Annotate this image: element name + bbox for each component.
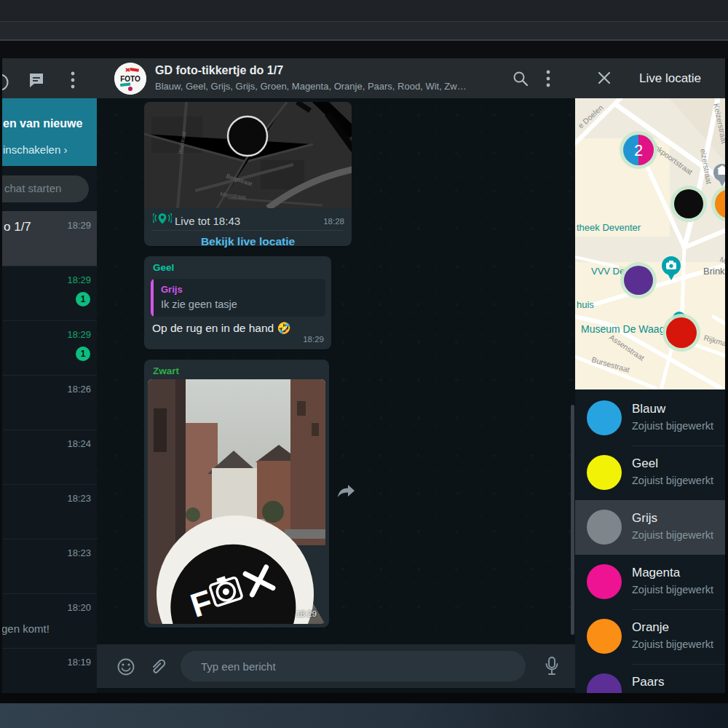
- view-live-location-link[interactable]: Bekijk live locatie: [144, 235, 352, 248]
- chat-list-item[interactable]: 18:29 1: [0, 320, 97, 376]
- chat-list-item-selected[interactable]: o 1/7 18:29: [0, 211, 97, 266]
- participant-avatar: [587, 455, 622, 490]
- chat-list-sidebar: en van nieuwe inschakelen › chat starten…: [0, 58, 97, 693]
- chat-list-item[interactable]: 18:23: [0, 539, 97, 594]
- window-chrome-top: [0, 0, 728, 22]
- search-chat-input[interactable]: chat starten: [0, 175, 89, 202]
- participant-avatar: [587, 619, 622, 654]
- banner-text: en van nieuwe: [3, 117, 82, 130]
- forward-icon[interactable]: [337, 483, 356, 499]
- live-until-text: Live tot 18:43: [175, 215, 240, 227]
- photo-attachment[interactable]: F TIK 18:29: [148, 379, 325, 624]
- chat-time: 18:23: [67, 547, 91, 558]
- participant-row-blauw[interactable]: Blauw Zojuist bijgewerkt: [575, 391, 728, 446]
- chat-list-item[interactable]: 18:24: [0, 430, 97, 485]
- participant-name: Blauw: [632, 402, 665, 416]
- participant-row-geel[interactable]: Geel Zojuist bijgewerkt: [575, 446, 728, 500]
- participant-avatar: [587, 510, 622, 545]
- panel-title: Live locatie: [639, 71, 701, 86]
- map-marker-paars[interactable]: [620, 262, 657, 298]
- message-text: Op de rug en in de hand 🤣: [152, 322, 291, 335]
- chat-time: 18:23: [67, 493, 91, 504]
- unread-badge: 1: [76, 292, 90, 306]
- participant-name: Grijs: [632, 511, 657, 526]
- divider: [151, 230, 344, 231]
- live-location-icon: [153, 210, 172, 226]
- unread-badge: 1: [76, 347, 90, 361]
- window-edge-right: [725, 58, 728, 693]
- chat-time: 18:29: [67, 220, 91, 231]
- group-title: GD foto-tikkertje do 1/7: [155, 64, 283, 77]
- message-input[interactable]: [181, 651, 526, 681]
- live-location-panel: Live locatie: [575, 58, 728, 693]
- participant-row-oranje[interactable]: Oranje Zojuist bijgewerkt: [575, 609, 728, 664]
- participant-avatar: [587, 564, 622, 599]
- chat-preview: gen komt!: [1, 622, 50, 635]
- map-poi-label: huis: [577, 299, 594, 310]
- participant-name: Magenta: [632, 566, 680, 580]
- participant-row-magenta[interactable]: Magenta Zojuist bijgewerkt: [575, 555, 728, 609]
- participant-status: Zojuist bijgewerkt: [632, 584, 713, 596]
- live-location-message: Walstraat Bergstraat Menstraat Live tot …: [144, 102, 352, 246]
- live-location-marker: [228, 116, 267, 156]
- participant-row-paars[interactable]: Paars Zojuist bijgewerkt: [575, 664, 728, 693]
- desktop-background: [0, 703, 728, 728]
- banner-action[interactable]: inschakelen ›: [3, 143, 67, 156]
- photo-message: Zwart: [144, 360, 329, 628]
- live-location-thumbnail[interactable]: Walstraat Bergstraat Menstraat: [144, 102, 352, 208]
- map-marker-cluster[interactable]: 2: [620, 131, 657, 169]
- chat-time: 18:19: [67, 657, 91, 668]
- chat-scrollbar[interactable]: [571, 405, 574, 635]
- chat-time: 18:20: [67, 602, 91, 613]
- window-chrome-gap: [0, 41, 728, 58]
- chat-list-item[interactable]: 18:29 1: [0, 266, 97, 321]
- composer-bar: [97, 644, 575, 688]
- chat-title: o 1/7: [4, 220, 31, 234]
- group-participants: Blauw, Geel, Grijs, Grijs, Groen, Magent…: [155, 81, 468, 92]
- group-avatar[interactable]: FOTO: [114, 63, 146, 95]
- participant-status: Zojuist bijgewerkt: [632, 420, 713, 432]
- window-edge-left: [0, 58, 2, 693]
- participant-name: Geel: [632, 456, 658, 471]
- quote-sender-name: Grijs: [161, 284, 183, 295]
- chat-time: 18:29: [67, 274, 91, 285]
- sidebar-header: [0, 58, 97, 98]
- sidebar-menu-icon[interactable]: [69, 71, 76, 90]
- quote-text: Ik zie geen tasje: [161, 298, 237, 310]
- chat-menu-icon[interactable]: [545, 69, 552, 88]
- live-location-map[interactable]: Brinkpoortstraat Keizerstraat eizerstraa…: [575, 98, 728, 389]
- chat-list-item[interactable]: 18:26: [0, 375, 97, 430]
- close-icon[interactable]: [597, 71, 612, 85]
- sender-name[interactable]: Geel: [153, 262, 174, 273]
- search-icon[interactable]: [512, 70, 529, 87]
- map-poi-label: Museum De Waag: [581, 323, 665, 335]
- chat-list-item[interactable]: 18:20 gen komt!: [0, 593, 97, 649]
- conversation-header[interactable]: FOTO GD foto-tikkertje do 1/7 Blauw, Gee…: [97, 58, 575, 98]
- message-time: 18:29: [303, 335, 324, 344]
- participant-status: Zojuist bijgewerkt: [632, 529, 713, 541]
- attach-icon[interactable]: [149, 657, 167, 676]
- message-time: 18:28: [323, 217, 344, 226]
- mic-icon[interactable]: [543, 655, 561, 677]
- participant-status: Zojuist bijgewerkt: [632, 475, 713, 486]
- notification-banner[interactable]: en van nieuwe inschakelen ›: [0, 98, 97, 166]
- search-row: chat starten: [0, 166, 97, 211]
- chat-list-item[interactable]: 18:23: [0, 484, 97, 539]
- chat-time: 18:26: [67, 384, 91, 395]
- avatar-logo-text: FOTO: [120, 75, 141, 83]
- participant-name: Paars: [632, 675, 664, 689]
- new-chat-icon[interactable]: [28, 71, 45, 89]
- participant-row-grijs[interactable]: Grijs Zojuist bijgewerkt: [575, 500, 728, 555]
- participant-status: Zojuist bijgewerkt: [632, 638, 713, 650]
- chat-list-item[interactable]: 18:19: [0, 648, 97, 693]
- panel-header: Live locatie: [575, 58, 728, 98]
- chat-time: 18:29: [67, 329, 91, 340]
- text-message: Geel Grijs Ik zie geen tasje Op de rug e…: [144, 256, 331, 349]
- quoted-message[interactable]: Grijs Ik zie geen tasje: [151, 279, 325, 317]
- map-marker-zwart[interactable]: [670, 186, 707, 222]
- message-time: 18:29: [296, 609, 317, 618]
- participant-avatar: [587, 673, 622, 693]
- search-placeholder: chat starten: [4, 182, 61, 194]
- emoji-icon[interactable]: [116, 657, 135, 676]
- sender-name[interactable]: Zwart: [153, 365, 179, 376]
